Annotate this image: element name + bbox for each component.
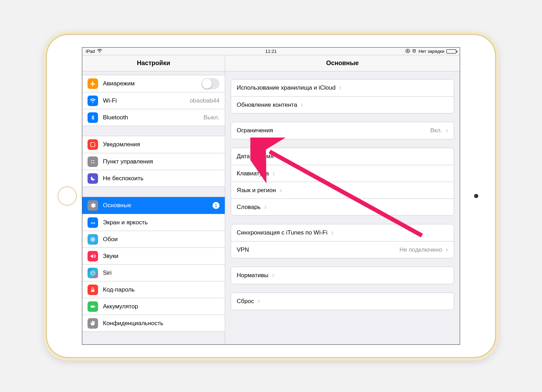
ipad-frame: iPad 11:21 Нет зарядки <box>47 35 495 357</box>
svg-rect-11 <box>91 289 95 292</box>
sidebar-item-general[interactable]: Основные1 <box>82 197 225 214</box>
detail-item-subtitle: Вкл. <box>430 127 442 134</box>
svg-rect-13 <box>95 306 95 307</box>
sidebar-group: Основные1AAЭкран и яркостьОбоиЗвукиSiriК… <box>82 197 225 332</box>
wallpaper-icon <box>88 234 98 245</box>
airplane-icon <box>88 78 98 89</box>
sidebar-item-dnd[interactable]: Не беспокоить <box>82 170 225 187</box>
sidebar-item-bluetooth[interactable]: BluetoothВыкл. <box>82 109 225 126</box>
alarm-icon <box>412 49 416 54</box>
sidebar-item-label: Конфиденциальность <box>103 320 220 327</box>
chevron-right-icon: › <box>446 246 448 254</box>
notifications-icon <box>88 139 98 150</box>
home-button[interactable] <box>57 186 77 206</box>
toggle-airplane[interactable] <box>201 78 220 89</box>
sidebar-item-label: Основные <box>103 202 213 209</box>
sidebar-item-label: Не беспокоить <box>103 175 220 182</box>
detail-item-label: Дата и время <box>237 153 273 160</box>
bluetooth-icon <box>88 112 98 123</box>
sidebar-item-sounds[interactable]: Звуки <box>82 247 225 264</box>
detail-item-subtitle: Не подключено <box>399 246 442 253</box>
sidebar-item-notifications[interactable]: Уведомления <box>82 136 225 153</box>
detail-item-label: Синхронизация с iTunes по Wi-Fi <box>237 229 327 236</box>
gear-icon <box>88 200 98 211</box>
detail-item-reset[interactable]: Сброс› <box>231 293 454 310</box>
detail-item-label: Обновление контента <box>237 102 297 108</box>
chevron-right-icon: › <box>446 127 448 134</box>
sidebar-item-label: Экран и яркость <box>103 219 220 226</box>
sidebar-item-label: Пункт управления <box>103 158 220 165</box>
svg-rect-12 <box>91 306 95 308</box>
status-bar: iPad 11:21 Нет зарядки <box>82 48 460 55</box>
detail-item-datetime[interactable]: Дата и время› <box>231 148 454 165</box>
wifi-status-icon <box>97 49 102 54</box>
svg-text:AA: AA <box>91 221 95 224</box>
detail-item-bgrefresh[interactable]: Обновление контента› <box>231 96 454 113</box>
sidebar-item-passcode[interactable]: Код-пароль <box>82 281 225 298</box>
sidebar-item-label: Bluetooth <box>103 114 203 121</box>
detail-item-label: Ограничения <box>237 127 273 134</box>
sidebar-group: АвиарежимWi-Fiobaobab44BluetoothВыкл. <box>82 75 225 126</box>
device-label: iPad <box>86 49 95 54</box>
battery-icon <box>446 49 456 54</box>
clock: 11:21 <box>265 49 277 54</box>
sidebar-title: Настройки <box>82 55 225 71</box>
chevron-right-icon: › <box>272 272 275 279</box>
detail-item-label: Сброс <box>237 298 254 305</box>
detail-item-restrictions[interactable]: ОграниченияВкл.› <box>231 122 454 139</box>
detail-item-keyboard[interactable]: Клавиатура› <box>231 165 454 182</box>
siri-icon <box>88 268 98 278</box>
detail-item-label: Использование хранилища и iCloud <box>237 84 335 91</box>
notification-dot <box>94 140 97 143</box>
sidebar-item-siri[interactable]: Siri <box>82 264 225 281</box>
chevron-right-icon: › <box>257 298 260 305</box>
detail-group: Нормативы› <box>231 267 454 284</box>
sidebar-scroll[interactable]: АвиарежимWi-Fiobaobab44BluetoothВыкл.Уве… <box>82 71 225 344</box>
sidebar-item-label: Аккумулятор <box>103 303 220 310</box>
sidebar-item-label: Siri <box>103 270 220 276</box>
sidebar-item-subtitle: Выкл. <box>203 114 220 121</box>
detail-group: Дата и время›Клавиатура›Язык и регион›Сл… <box>231 148 454 216</box>
sidebar-item-privacy[interactable]: Конфиденциальность <box>82 315 225 331</box>
sidebar-item-wifi[interactable]: Wi-Fiobaobab44 <box>82 92 225 109</box>
detail-title: Основные <box>225 55 460 71</box>
display-icon: AA <box>88 217 98 228</box>
sidebar-item-control-center[interactable]: Пункт управления <box>82 153 225 170</box>
sidebar-item-label: Звуки <box>103 253 220 260</box>
detail-item-label: Язык и регион <box>237 187 276 194</box>
sidebar-item-battery[interactable]: Аккумулятор <box>82 298 225 315</box>
sidebar-item-airplane[interactable]: Авиарежим <box>82 75 225 92</box>
sidebar-item-wallpaper[interactable]: Обои <box>82 231 225 247</box>
sidebar-item-label: Wi-Fi <box>103 97 190 104</box>
front-camera <box>474 194 478 198</box>
svg-point-0 <box>406 49 410 53</box>
detail-item-storage[interactable]: Использование хранилища и iCloud› <box>231 79 454 96</box>
detail-item-language[interactable]: Язык и регион› <box>231 182 454 198</box>
detail-group: Сброс› <box>231 293 454 310</box>
detail-group: ОграниченияВкл.› <box>231 122 454 139</box>
moon-icon <box>88 173 98 184</box>
split-view: Настройки АвиарежимWi-Fiobaobab44Bluetoo… <box>82 55 460 344</box>
screen: iPad 11:21 Нет зарядки <box>82 47 460 345</box>
detail-item-itunes-sync[interactable]: Синхронизация с iTunes по Wi-Fi› <box>231 224 454 241</box>
detail-group: Использование хранилища и iCloud›Обновле… <box>231 79 454 113</box>
lock-icon <box>88 285 98 295</box>
status-left: iPad <box>86 49 102 54</box>
badge: 1 <box>213 202 220 209</box>
detail-pane: Основные Использование хранилища и iClou… <box>225 55 460 344</box>
sidebar-group: УведомленияПункт управленияНе беспокоить <box>82 136 225 187</box>
sidebar-item-display[interactable]: AAЭкран и яркость <box>82 214 225 231</box>
detail-item-vpn[interactable]: VPNНе подключено› <box>231 241 454 258</box>
chevron-right-icon: › <box>277 153 279 160</box>
status-right: Нет зарядки <box>405 49 456 54</box>
sidebar: Настройки АвиарежимWi-Fiobaobab44Bluetoo… <box>82 55 225 344</box>
detail-scroll[interactable]: Использование хранилища и iCloud›Обновле… <box>225 71 460 344</box>
chevron-right-icon: › <box>272 170 275 177</box>
detail-item-label: Словарь <box>237 204 260 211</box>
chevron-right-icon: › <box>339 84 341 92</box>
detail-item-label: Нормативы <box>237 272 269 279</box>
detail-item-regulatory[interactable]: Нормативы› <box>231 267 454 284</box>
sidebar-item-label: Авиарежим <box>103 80 201 87</box>
detail-item-dictionary[interactable]: Словарь› <box>231 198 454 215</box>
detail-item-label: Клавиатура <box>237 170 269 177</box>
